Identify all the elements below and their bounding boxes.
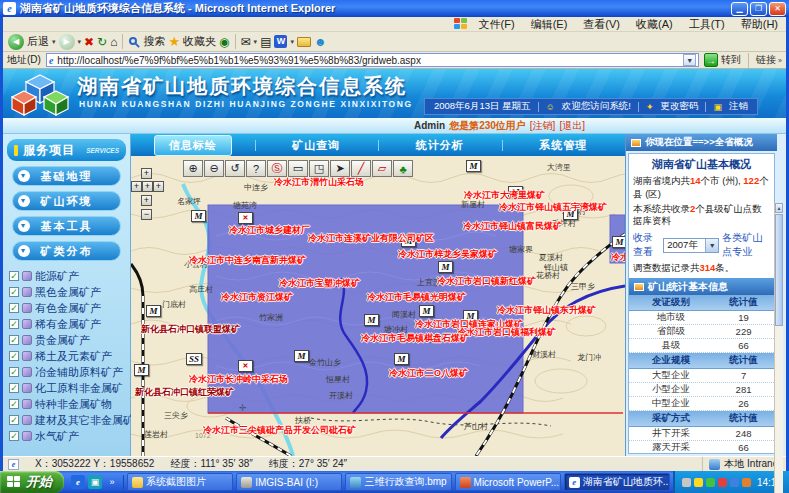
menu-tools[interactable]: 工具(T) bbox=[681, 17, 733, 32]
messenger-button[interactable]: ☻ bbox=[314, 34, 327, 50]
edit-button[interactable]: W▾ bbox=[274, 35, 294, 48]
mine-label[interactable]: 冷水江市连溪矿业有限公司矿区 bbox=[308, 232, 434, 245]
mine-label[interactable]: 冷水江市毛易镇棋盘石煤矿 bbox=[361, 332, 469, 345]
sidebar-group-basic-tools[interactable]: ▼ 基本工具 bbox=[12, 216, 121, 236]
mine-marker[interactable]: ✕ bbox=[238, 212, 253, 224]
checkbox-checked-icon[interactable]: ✓ bbox=[9, 399, 19, 409]
tab-mine-query[interactable]: 矿山查询 bbox=[255, 136, 379, 155]
mail-button[interactable]: ✉▾ bbox=[241, 34, 258, 50]
measure-icon[interactable]: ? bbox=[246, 160, 266, 177]
checkbox-checked-icon[interactable]: ✓ bbox=[9, 319, 19, 329]
tray-update-icon[interactable] bbox=[742, 478, 751, 487]
start-button[interactable]: 开始 bbox=[0, 471, 64, 493]
checkbox-checked-icon[interactable]: ✓ bbox=[9, 335, 19, 345]
checkbox-checked-icon[interactable]: ✓ bbox=[9, 415, 19, 425]
task-powerpoint[interactable]: Microsoft PowerP... bbox=[455, 473, 561, 491]
checkbox-checked-icon[interactable]: ✓ bbox=[9, 303, 19, 313]
select-area-icon[interactable]: ◳ bbox=[309, 160, 329, 177]
exit-link[interactable]: [退出] bbox=[559, 119, 585, 133]
checkbox-checked-icon[interactable]: ✓ bbox=[9, 367, 19, 377]
mine-label[interactable]: 冷水江市铎山镇东升煤矿 bbox=[497, 304, 596, 317]
map-nav-button[interactable]: + bbox=[153, 181, 164, 192]
layer-item[interactable]: ✓ 水气矿产 bbox=[9, 428, 130, 444]
map-nav-button[interactable]: + bbox=[141, 195, 152, 206]
tray-shield-icon[interactable] bbox=[718, 478, 727, 487]
tray-printer-icon[interactable] bbox=[682, 478, 691, 487]
forward-button[interactable]: ▶▾ bbox=[59, 34, 82, 50]
media-button[interactable]: ◉ bbox=[219, 34, 229, 50]
search-button[interactable]: 搜索 bbox=[128, 34, 165, 49]
layer-item[interactable]: ✓ 有色金属矿产 bbox=[9, 300, 130, 316]
stop-button[interactable]: ✖ bbox=[84, 34, 94, 50]
go-button[interactable]: →转到 bbox=[704, 53, 741, 67]
mine-label[interactable]: 冷水江市中连乡南宫新井煤矿 bbox=[189, 254, 306, 267]
map-nav-button[interactable]: + bbox=[141, 168, 152, 179]
mine-marker[interactable]: M bbox=[466, 160, 481, 172]
measure-line-icon[interactable]: ╱ bbox=[351, 160, 371, 177]
checkbox-checked-icon[interactable]: ✓ bbox=[9, 383, 19, 393]
mine-label[interactable]: 冷水江市二O八煤矿 bbox=[389, 367, 468, 380]
layer-tree-icon[interactable]: ♣ bbox=[393, 160, 413, 177]
checkbox-checked-icon[interactable]: ✓ bbox=[9, 351, 19, 361]
select-rect-icon[interactable]: ▭ bbox=[288, 160, 308, 177]
change-password-link[interactable]: 更改密码 bbox=[660, 100, 698, 113]
refresh-button[interactable]: ↻ bbox=[97, 34, 107, 50]
address-dropdown-button[interactable]: ▼ bbox=[683, 54, 696, 66]
address-input[interactable]: e http://localhost/%e7%9f%bf%e5%b1%b1%e5… bbox=[46, 53, 699, 67]
stop-icon[interactable]: Ⓢ bbox=[267, 160, 287, 177]
quicklaunch-more-icon[interactable]: » bbox=[105, 475, 119, 489]
checkbox-checked-icon[interactable]: ✓ bbox=[9, 287, 19, 297]
favorites-button[interactable]: ★收藏夹 bbox=[168, 34, 216, 49]
sidebar-group-mineral-distribution[interactable]: ▼ 矿类分布 bbox=[12, 241, 121, 261]
year-select[interactable]: 2007年 ▼ bbox=[663, 238, 719, 253]
scrollbar-thumb[interactable] bbox=[775, 214, 783, 326]
mine-marker[interactable]: M bbox=[191, 210, 206, 222]
tab-info-plot[interactable]: 信息标绘 bbox=[131, 135, 255, 156]
minimize-button[interactable]: ▁ bbox=[731, 2, 748, 16]
mine-marker[interactable]: M bbox=[612, 236, 625, 248]
quicklaunch-ie-icon[interactable]: e bbox=[71, 475, 85, 489]
mine-label[interactable]: 新化县石冲口镇红荣煤矿 bbox=[135, 386, 234, 399]
layer-item[interactable]: ✓ 稀土及元素矿产 bbox=[9, 348, 130, 364]
sidebar-group-base-geography[interactable]: ▼ 基础地理 bbox=[12, 166, 121, 186]
tray-help-icon[interactable] bbox=[694, 478, 703, 487]
task-imgis-drive[interactable]: IMGIS-BAI (I:) bbox=[236, 473, 342, 491]
mine-marker[interactable]: M bbox=[438, 261, 453, 273]
select-arrow-icon[interactable]: ▼ bbox=[705, 239, 718, 252]
tray-green-icon[interactable] bbox=[706, 478, 715, 487]
menu-file[interactable]: 文件(F) bbox=[471, 17, 523, 32]
layer-item[interactable]: ✓ 化工原料非金属矿 bbox=[9, 380, 130, 396]
logout-link[interactable]: 注销 bbox=[729, 100, 748, 113]
close-button[interactable]: ✕ bbox=[769, 2, 786, 16]
mine-label[interactable]: 冷水江市宝塑冲煤矿 bbox=[279, 277, 360, 290]
mine-label[interactable]: 冷水江市铎山镇富民煤矿 bbox=[463, 220, 562, 233]
task-bmp-image[interactable]: 三维行政查询.bmp bbox=[345, 473, 451, 491]
print-button[interactable]: ▤ bbox=[260, 34, 271, 50]
task-screenshot-folder[interactable]: 系统截图图片 bbox=[127, 473, 233, 491]
mine-marker[interactable]: M bbox=[364, 314, 379, 326]
mine-marker[interactable]: ✕ bbox=[238, 360, 253, 372]
mine-marker[interactable]: SS bbox=[186, 353, 202, 365]
restore-button[interactable]: ❐ bbox=[750, 2, 767, 16]
layer-item[interactable]: ✓ 稀有金属矿产 bbox=[9, 316, 130, 332]
map-viewport[interactable]: 401 ✛ ⊕⊖↺?Ⓢ▭◳➤╱▱♣ +++++− 名家坪中连乡塘苑湾大湾里新屋村… bbox=[131, 156, 625, 456]
menu-edit[interactable]: 编辑(E) bbox=[523, 17, 576, 32]
mine-label[interactable]: 冷水江市城乡建材厂 bbox=[229, 224, 310, 237]
mine-label[interactable]: 冷水江市岩口镇新红煤矿 bbox=[437, 275, 536, 288]
layer-item[interactable]: ✓ 贵金属矿产 bbox=[9, 332, 130, 348]
back-button[interactable]: ◀后退▾ bbox=[8, 34, 56, 50]
zoom-in-icon[interactable]: ⊕ bbox=[183, 160, 203, 177]
tab-statistics[interactable]: 统计分析 bbox=[378, 136, 502, 155]
menu-help[interactable]: 帮助(H) bbox=[733, 17, 786, 32]
mine-label[interactable]: 冷水江市毛易镇光明煤矿 bbox=[367, 291, 466, 304]
mine-label[interactable]: 冷水江市铎山镇五宇湾煤矿 bbox=[499, 201, 607, 214]
layer-item[interactable]: ✓ 建材及其它非金属矿物 bbox=[9, 412, 130, 428]
folder-button[interactable] bbox=[297, 37, 311, 47]
sidebar-group-mine-environment[interactable]: ▼ 矿山环境 bbox=[12, 191, 121, 211]
map-nav-button[interactable]: + bbox=[131, 181, 142, 192]
mine-marker[interactable]: M bbox=[419, 305, 434, 317]
tab-system-admin[interactable]: 系统管理 bbox=[502, 136, 626, 155]
map-nav-button[interactable]: − bbox=[141, 209, 152, 220]
mine-marker[interactable]: M bbox=[394, 353, 409, 365]
refresh-icon[interactable]: ↺ bbox=[225, 160, 245, 177]
